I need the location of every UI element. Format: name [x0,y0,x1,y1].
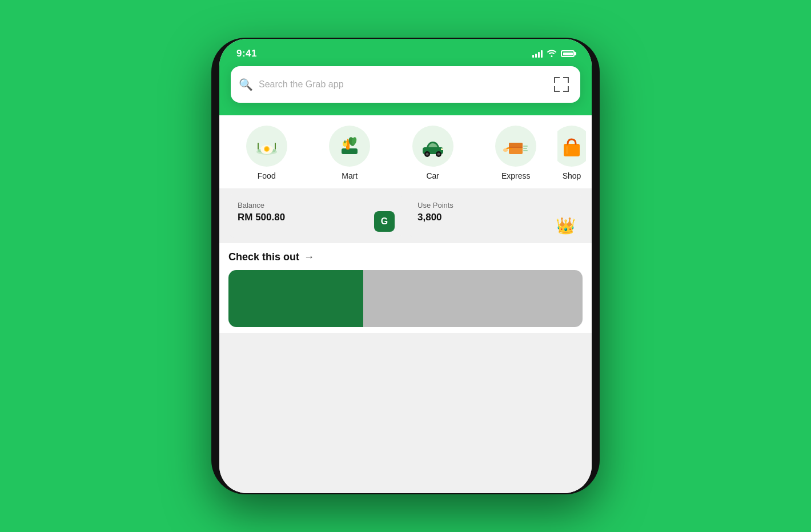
svg-point-18 [437,153,440,156]
status-time: 9:41 [236,48,257,59]
shop-icon-circle [557,126,586,167]
svg-point-16 [425,153,428,156]
signal-icon [532,50,543,58]
balance-value: RM 500.80 [238,212,394,223]
scan-button[interactable] [551,74,572,95]
svg-rect-7 [342,148,358,154]
points-value: 3,800 [417,212,573,223]
service-item-shop[interactable]: Shop [557,126,586,180]
crown-icon: 👑 [556,218,576,234]
check-out-arrow: → [304,251,314,263]
scan-icon [554,77,569,92]
svg-point-22 [503,148,508,152]
express-icon-circle [495,126,536,167]
svg-rect-23 [509,147,523,148]
grab-wallet-icon: G [374,211,395,232]
balance-card[interactable]: Balance RM 500.80 G [228,193,403,239]
car-icon [418,131,448,161]
service-item-mart[interactable]: Mart [308,126,392,180]
content-area: Food [219,115,592,493]
search-icon: 🔍 [239,78,253,91]
mart-label: Mart [342,171,358,180]
status-icons [532,49,575,59]
search-bar[interactable]: 🔍 Search the Grab app [231,66,580,103]
points-label: Use Points [417,201,573,209]
service-item-car[interactable]: Car [391,126,475,180]
service-item-express[interactable]: Express [475,126,558,180]
search-placeholder-text: Search the Grab app [259,79,344,90]
banner-image [228,270,583,327]
check-out-title: Check this out [228,251,299,263]
svg-rect-19 [441,148,443,150]
shop-icon [557,131,586,161]
food-icon-circle [246,126,287,167]
green-header: 🔍 Search the Grab app [219,64,592,115]
points-card[interactable]: Use Points 3,800 👑 [408,193,583,239]
express-label: Express [501,171,531,180]
battery-icon [561,50,575,57]
check-out-header[interactable]: Check this out → [228,251,583,263]
wifi-icon [547,49,557,59]
cards-section: Balance RM 500.80 G Use Points 3,800 👑 [219,193,592,239]
phone-screen: 9:41 [219,39,592,493]
car-icon-circle [412,126,453,167]
phone-wrapper: 9:41 [211,38,600,494]
svg-rect-9 [347,139,348,141]
mart-icon [335,131,364,161]
car-label: Car [426,171,439,180]
services-section: Food [219,115,592,188]
shop-label: Shop [563,171,581,180]
svg-rect-28 [566,146,568,154]
svg-rect-5 [258,143,259,150]
svg-rect-6 [275,143,276,150]
check-out-section: Check this out → [219,243,592,333]
balance-label: Balance [238,201,394,209]
food-icon [252,131,282,161]
svg-rect-13 [344,140,346,143]
mart-icon-circle [329,126,370,167]
express-icon [501,131,531,161]
svg-point-4 [264,147,268,151]
food-label: Food [258,171,276,180]
status-bar: 9:41 [219,39,592,64]
service-item-food[interactable]: Food [225,126,308,180]
svg-rect-21 [509,143,523,147]
search-left: 🔍 Search the Grab app [239,78,551,91]
